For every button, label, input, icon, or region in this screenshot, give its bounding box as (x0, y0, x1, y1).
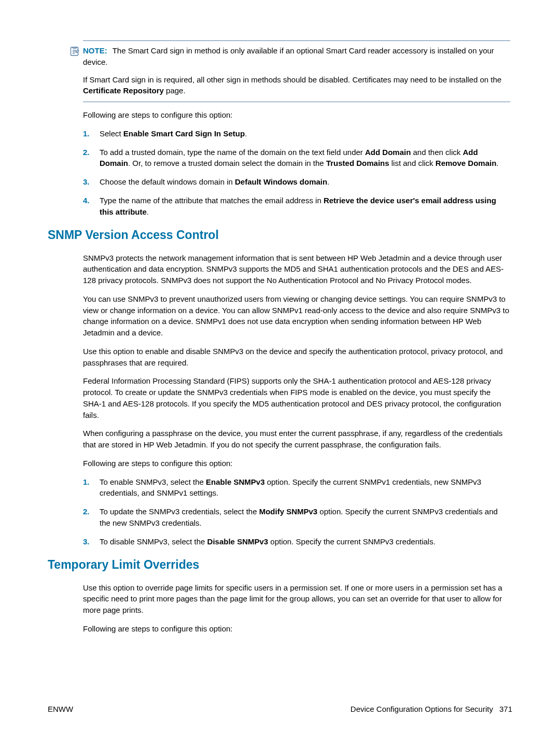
tlo-heading: Temporary Limit Overrides (48, 556, 510, 573)
list-item: 3.To disable SNMPv3, select the Disable … (100, 536, 510, 547)
note-paragraph-1: NOTE:The Smart Card sign in method is on… (83, 45, 510, 68)
note-label: NOTE: (83, 46, 107, 55)
note-box: NOTE:The Smart Card sign in method is on… (83, 40, 510, 102)
page-footer: ENWW Device Configuration Options for Se… (48, 704, 512, 715)
tlo-steps-intro: Following are steps to configure this op… (83, 623, 510, 635)
page-number: 371 (499, 705, 512, 713)
snmp-steps: 1.To enable SNMPv3, select the Enable SN… (83, 476, 510, 547)
snmp-p4: Federal Information Processing Standard … (83, 375, 510, 420)
note-icon (69, 46, 80, 60)
list-item: 2.To add a trusted domain, type the name… (100, 147, 510, 170)
snmp-steps-intro: Following are steps to configure this op… (83, 458, 510, 469)
note-text-1: The Smart Card sign in method is only av… (83, 46, 494, 66)
list-item: 3.Choose the default windows domain in D… (100, 176, 510, 188)
footer-right: Device Configuration Options for Securit… (351, 704, 512, 715)
note-paragraph-2: If Smart Card sign in is required, all o… (83, 74, 510, 97)
footer-left: ENWW (48, 704, 73, 715)
smartcard-steps-intro: Following are steps to configure this op… (83, 109, 510, 121)
snmp-heading: SNMP Version Access Control (48, 227, 510, 244)
tlo-p1: Use this option to override page limits … (83, 582, 510, 616)
list-item: 1.Select Enable Smart Card Sign In Setup… (100, 128, 510, 139)
list-item: 2.To update the SNMPv3 credentials, sele… (100, 506, 510, 529)
snmp-p3: Use this option to enable and disable SN… (83, 346, 510, 369)
page-content: NOTE:The Smart Card sign in method is on… (48, 40, 512, 635)
snmp-p2: You can use SNMPv3 to prevent unauthoriz… (83, 293, 510, 339)
list-item: 1.To enable SNMPv3, select the Enable SN… (100, 476, 510, 499)
smartcard-steps: 1.Select Enable Smart Card Sign In Setup… (83, 128, 510, 218)
snmp-p1: SNMPv3 protects the network management i… (83, 252, 510, 286)
list-item: 4.Type the name of the attribute that ma… (100, 195, 510, 218)
snmp-p5: When configuring a passphrase on the dev… (83, 428, 510, 451)
